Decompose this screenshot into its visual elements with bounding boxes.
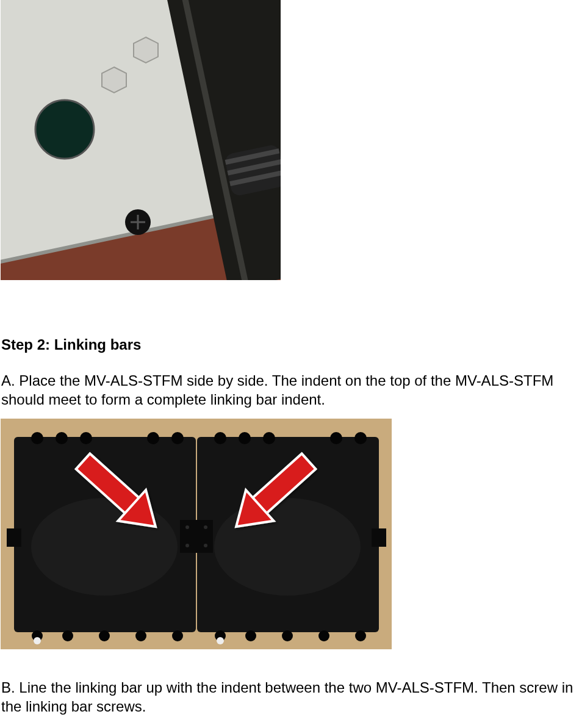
figure-step2-top-view [1, 419, 392, 649]
svg-marker-8 [102, 67, 126, 93]
svg-point-22 [185, 525, 189, 529]
svg-point-25 [204, 544, 207, 547]
svg-point-44 [245, 630, 256, 641]
svg-point-39 [62, 630, 73, 641]
svg-point-41 [135, 630, 146, 641]
paragraph-a: A. Place the MV-ALS-STFM side by side. T… [1, 372, 577, 409]
svg-point-19 [31, 498, 178, 596]
svg-rect-21 [180, 520, 213, 553]
document-page: Step 2: Linking bars A. Place the MV-ALS… [0, 0, 579, 716]
svg-point-29 [56, 432, 68, 444]
svg-point-42 [172, 630, 183, 641]
svg-rect-26 [7, 528, 21, 547]
figure-step2-top-view-svg [1, 419, 392, 649]
svg-point-45 [282, 630, 293, 641]
step-title: Step 2: Linking bars [1, 336, 579, 353]
svg-point-47 [355, 630, 366, 641]
svg-point-40 [99, 630, 110, 641]
svg-point-30 [80, 432, 92, 444]
svg-rect-27 [372, 528, 386, 547]
svg-point-20 [214, 498, 361, 596]
svg-point-33 [214, 432, 226, 444]
svg-point-32 [171, 432, 184, 444]
figure-step1-closeup-svg [1, 0, 281, 280]
svg-point-35 [263, 432, 275, 444]
svg-point-31 [147, 432, 159, 444]
figure-step1-closeup [1, 0, 281, 280]
svg-point-23 [204, 525, 207, 529]
svg-point-34 [239, 432, 251, 444]
svg-marker-7 [134, 37, 158, 63]
svg-point-46 [318, 630, 329, 641]
svg-point-49 [217, 637, 224, 644]
paragraph-b: B. Line the linking bar up with the inde… [1, 679, 577, 716]
svg-point-36 [330, 432, 342, 444]
svg-point-28 [31, 432, 43, 444]
svg-point-37 [354, 432, 367, 444]
svg-point-48 [34, 637, 41, 644]
svg-point-24 [185, 544, 189, 547]
